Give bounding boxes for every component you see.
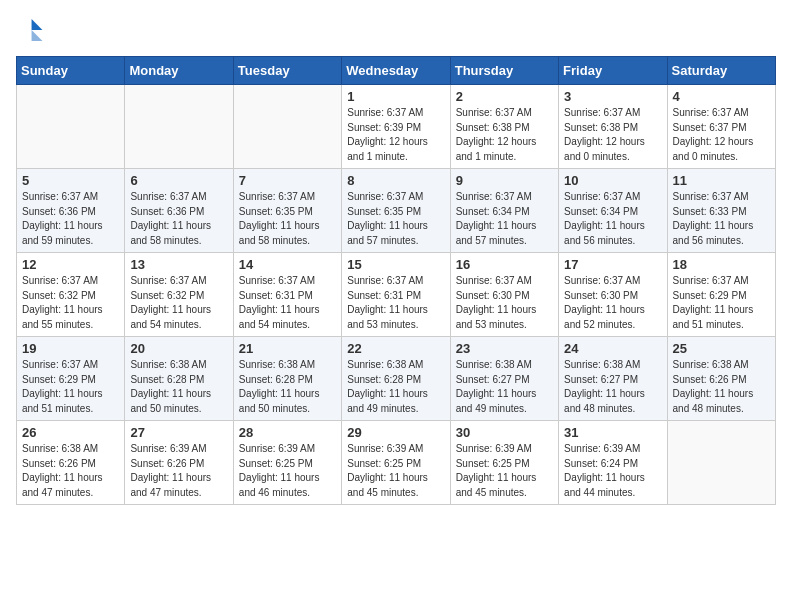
calendar-cell: 26Sunrise: 6:38 AM Sunset: 6:26 PM Dayli… — [17, 421, 125, 505]
day-number: 25 — [673, 341, 770, 356]
col-header-monday: Monday — [125, 57, 233, 85]
day-info: Sunrise: 6:37 AM Sunset: 6:29 PM Dayligh… — [22, 358, 119, 416]
calendar-cell — [125, 85, 233, 169]
day-number: 27 — [130, 425, 227, 440]
day-number: 28 — [239, 425, 336, 440]
svg-marker-1 — [32, 30, 43, 41]
calendar-cell — [17, 85, 125, 169]
day-number: 22 — [347, 341, 444, 356]
week-row-3: 12Sunrise: 6:37 AM Sunset: 6:32 PM Dayli… — [17, 253, 776, 337]
day-info: Sunrise: 6:37 AM Sunset: 6:39 PM Dayligh… — [347, 106, 444, 164]
calendar-cell: 11Sunrise: 6:37 AM Sunset: 6:33 PM Dayli… — [667, 169, 775, 253]
day-number: 2 — [456, 89, 553, 104]
day-number: 18 — [673, 257, 770, 272]
day-number: 6 — [130, 173, 227, 188]
day-info: Sunrise: 6:38 AM Sunset: 6:27 PM Dayligh… — [456, 358, 553, 416]
week-row-4: 19Sunrise: 6:37 AM Sunset: 6:29 PM Dayli… — [17, 337, 776, 421]
day-info: Sunrise: 6:39 AM Sunset: 6:24 PM Dayligh… — [564, 442, 661, 500]
day-number: 19 — [22, 341, 119, 356]
calendar-cell — [233, 85, 341, 169]
day-number: 21 — [239, 341, 336, 356]
day-number: 1 — [347, 89, 444, 104]
calendar-cell: 30Sunrise: 6:39 AM Sunset: 6:25 PM Dayli… — [450, 421, 558, 505]
calendar-cell: 28Sunrise: 6:39 AM Sunset: 6:25 PM Dayli… — [233, 421, 341, 505]
col-header-thursday: Thursday — [450, 57, 558, 85]
calendar-cell: 31Sunrise: 6:39 AM Sunset: 6:24 PM Dayli… — [559, 421, 667, 505]
calendar-cell: 29Sunrise: 6:39 AM Sunset: 6:25 PM Dayli… — [342, 421, 450, 505]
day-info: Sunrise: 6:37 AM Sunset: 6:32 PM Dayligh… — [22, 274, 119, 332]
calendar-cell: 10Sunrise: 6:37 AM Sunset: 6:34 PM Dayli… — [559, 169, 667, 253]
col-header-tuesday: Tuesday — [233, 57, 341, 85]
calendar-cell: 19Sunrise: 6:37 AM Sunset: 6:29 PM Dayli… — [17, 337, 125, 421]
calendar-cell: 4Sunrise: 6:37 AM Sunset: 6:37 PM Daylig… — [667, 85, 775, 169]
page-header — [16, 16, 776, 44]
day-info: Sunrise: 6:38 AM Sunset: 6:26 PM Dayligh… — [673, 358, 770, 416]
day-info: Sunrise: 6:37 AM Sunset: 6:30 PM Dayligh… — [456, 274, 553, 332]
day-info: Sunrise: 6:37 AM Sunset: 6:31 PM Dayligh… — [347, 274, 444, 332]
calendar-cell: 6Sunrise: 6:37 AM Sunset: 6:36 PM Daylig… — [125, 169, 233, 253]
calendar-cell: 2Sunrise: 6:37 AM Sunset: 6:38 PM Daylig… — [450, 85, 558, 169]
day-number: 11 — [673, 173, 770, 188]
day-number: 3 — [564, 89, 661, 104]
day-info: Sunrise: 6:37 AM Sunset: 6:35 PM Dayligh… — [347, 190, 444, 248]
logo — [16, 16, 48, 44]
calendar-cell: 3Sunrise: 6:37 AM Sunset: 6:38 PM Daylig… — [559, 85, 667, 169]
day-info: Sunrise: 6:37 AM Sunset: 6:33 PM Dayligh… — [673, 190, 770, 248]
calendar-cell: 27Sunrise: 6:39 AM Sunset: 6:26 PM Dayli… — [125, 421, 233, 505]
day-number: 17 — [564, 257, 661, 272]
week-row-5: 26Sunrise: 6:38 AM Sunset: 6:26 PM Dayli… — [17, 421, 776, 505]
day-number: 13 — [130, 257, 227, 272]
day-info: Sunrise: 6:37 AM Sunset: 6:35 PM Dayligh… — [239, 190, 336, 248]
calendar-cell: 9Sunrise: 6:37 AM Sunset: 6:34 PM Daylig… — [450, 169, 558, 253]
day-number: 30 — [456, 425, 553, 440]
day-number: 31 — [564, 425, 661, 440]
calendar-cell: 12Sunrise: 6:37 AM Sunset: 6:32 PM Dayli… — [17, 253, 125, 337]
day-info: Sunrise: 6:37 AM Sunset: 6:31 PM Dayligh… — [239, 274, 336, 332]
generalblue-logo-icon — [16, 16, 44, 44]
day-info: Sunrise: 6:37 AM Sunset: 6:38 PM Dayligh… — [564, 106, 661, 164]
day-number: 24 — [564, 341, 661, 356]
calendar-cell: 7Sunrise: 6:37 AM Sunset: 6:35 PM Daylig… — [233, 169, 341, 253]
col-header-sunday: Sunday — [17, 57, 125, 85]
day-info: Sunrise: 6:37 AM Sunset: 6:34 PM Dayligh… — [456, 190, 553, 248]
day-number: 4 — [673, 89, 770, 104]
day-number: 20 — [130, 341, 227, 356]
day-info: Sunrise: 6:38 AM Sunset: 6:28 PM Dayligh… — [239, 358, 336, 416]
calendar-cell: 8Sunrise: 6:37 AM Sunset: 6:35 PM Daylig… — [342, 169, 450, 253]
day-info: Sunrise: 6:39 AM Sunset: 6:25 PM Dayligh… — [347, 442, 444, 500]
day-number: 7 — [239, 173, 336, 188]
day-number: 23 — [456, 341, 553, 356]
day-number: 14 — [239, 257, 336, 272]
day-number: 9 — [456, 173, 553, 188]
day-info: Sunrise: 6:39 AM Sunset: 6:25 PM Dayligh… — [239, 442, 336, 500]
day-number: 12 — [22, 257, 119, 272]
day-number: 5 — [22, 173, 119, 188]
calendar-cell: 1Sunrise: 6:37 AM Sunset: 6:39 PM Daylig… — [342, 85, 450, 169]
day-info: Sunrise: 6:38 AM Sunset: 6:27 PM Dayligh… — [564, 358, 661, 416]
day-info: Sunrise: 6:37 AM Sunset: 6:36 PM Dayligh… — [22, 190, 119, 248]
day-number: 16 — [456, 257, 553, 272]
day-info: Sunrise: 6:39 AM Sunset: 6:26 PM Dayligh… — [130, 442, 227, 500]
day-number: 15 — [347, 257, 444, 272]
day-number: 8 — [347, 173, 444, 188]
calendar-cell: 13Sunrise: 6:37 AM Sunset: 6:32 PM Dayli… — [125, 253, 233, 337]
day-info: Sunrise: 6:37 AM Sunset: 6:34 PM Dayligh… — [564, 190, 661, 248]
calendar-cell: 21Sunrise: 6:38 AM Sunset: 6:28 PM Dayli… — [233, 337, 341, 421]
week-row-1: 1Sunrise: 6:37 AM Sunset: 6:39 PM Daylig… — [17, 85, 776, 169]
calendar-cell: 16Sunrise: 6:37 AM Sunset: 6:30 PM Dayli… — [450, 253, 558, 337]
col-header-wednesday: Wednesday — [342, 57, 450, 85]
calendar-cell: 18Sunrise: 6:37 AM Sunset: 6:29 PM Dayli… — [667, 253, 775, 337]
calendar-cell: 25Sunrise: 6:38 AM Sunset: 6:26 PM Dayli… — [667, 337, 775, 421]
calendar-header-row: SundayMondayTuesdayWednesdayThursdayFrid… — [17, 57, 776, 85]
calendar-cell: 20Sunrise: 6:38 AM Sunset: 6:28 PM Dayli… — [125, 337, 233, 421]
calendar-table: SundayMondayTuesdayWednesdayThursdayFrid… — [16, 56, 776, 505]
calendar-cell: 22Sunrise: 6:38 AM Sunset: 6:28 PM Dayli… — [342, 337, 450, 421]
calendar-cell: 15Sunrise: 6:37 AM Sunset: 6:31 PM Dayli… — [342, 253, 450, 337]
day-info: Sunrise: 6:37 AM Sunset: 6:29 PM Dayligh… — [673, 274, 770, 332]
day-info: Sunrise: 6:37 AM Sunset: 6:30 PM Dayligh… — [564, 274, 661, 332]
day-number: 29 — [347, 425, 444, 440]
day-info: Sunrise: 6:37 AM Sunset: 6:32 PM Dayligh… — [130, 274, 227, 332]
day-info: Sunrise: 6:38 AM Sunset: 6:28 PM Dayligh… — [347, 358, 444, 416]
calendar-cell: 24Sunrise: 6:38 AM Sunset: 6:27 PM Dayli… — [559, 337, 667, 421]
col-header-saturday: Saturday — [667, 57, 775, 85]
